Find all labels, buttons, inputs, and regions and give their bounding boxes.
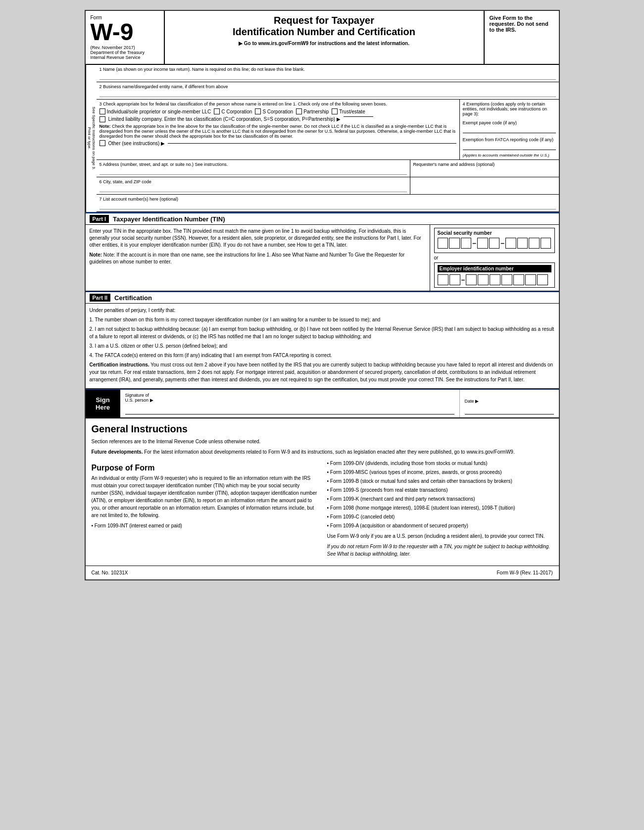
right-col-bullet: • Form 1099-A (acquisition or abandonmen… xyxy=(327,522,553,529)
row-6-right-space xyxy=(410,177,559,194)
ssn-cell-5[interactable] xyxy=(489,238,500,249)
part1-content: Enter your TIN in the appropriate box. T… xyxy=(86,225,559,291)
row-2: 2 Business name/disregarded entity name,… xyxy=(97,82,559,100)
row2-input[interactable] xyxy=(99,90,556,97)
checkbox-trust[interactable]: Trust/estate xyxy=(332,108,365,114)
part1-note-bold: Note: xyxy=(90,252,103,258)
scorp-checkbox[interactable] xyxy=(255,108,261,114)
fatca-label: Exemption from FATCA reporting code (if … xyxy=(463,137,556,142)
llc-checkbox[interactable] xyxy=(99,116,105,122)
ein-cell-7[interactable] xyxy=(513,274,524,285)
row1-input[interactable] xyxy=(99,73,556,80)
row-6-left: 6 City, state, and ZIP code xyxy=(97,177,410,194)
ssn-dash-2: – xyxy=(500,239,504,247)
ccorp-checkbox[interactable] xyxy=(214,108,220,114)
ein-cell-9[interactable] xyxy=(537,274,548,285)
ssn-boxes: – – xyxy=(438,238,551,249)
row1-label: 1 Name (as shown on your income tax retu… xyxy=(99,67,556,72)
ein-label: Employer identification number xyxy=(438,265,551,272)
italic-note: If you do not return Form W-9 to the req… xyxy=(327,543,553,558)
fatca-input[interactable] xyxy=(463,143,556,150)
ein-group: Employer identification number – xyxy=(434,262,555,288)
part2-title-row: Part II Certification xyxy=(86,292,559,304)
ssn-cell-2[interactable] xyxy=(449,238,460,249)
requester-box: Requester's name and address (optional) xyxy=(410,160,559,177)
title-line2: Identification Number and Certification xyxy=(170,26,479,38)
part1-title-row: Part I Taxpayer Identification Number (T… xyxy=(86,213,559,225)
general-instructions: General Instructions Section references … xyxy=(86,418,559,566)
right-col-bullet: • Form 1098 (home mortgage interest), 10… xyxy=(327,504,553,512)
other-checkbox[interactable] xyxy=(99,140,105,146)
purpose-text1: An individual or entity (Form W-9 reques… xyxy=(92,474,317,519)
ssn-cell-7[interactable] xyxy=(517,238,528,249)
ssn-cell-6[interactable] xyxy=(505,238,516,249)
trust-checkbox[interactable] xyxy=(332,108,338,114)
part2-item3: 3. I am a U.S. citizen or other U.S. per… xyxy=(90,342,555,350)
ssn-cell-9[interactable] xyxy=(541,238,551,249)
ssn-cell-4[interactable] xyxy=(477,238,488,249)
purpose-heading: Purpose of Form xyxy=(92,464,317,472)
rotated-instructions: Print or type. See Specific Instructions… xyxy=(86,65,97,212)
ein-boxes: – xyxy=(438,274,551,285)
date-input[interactable] xyxy=(465,405,554,415)
ein-cell-1[interactable] xyxy=(438,274,448,285)
individual-label: Individual/sole proprietor or single-mem… xyxy=(107,109,211,114)
row-6: 6 City, state, and ZIP code xyxy=(97,177,559,195)
row5-input[interactable] xyxy=(99,168,407,175)
header-left: Form W-9 (Rev. November 2017) Department… xyxy=(86,11,165,64)
row6-label: 6 City, state, and ZIP code xyxy=(99,179,407,184)
right-col-bullet: • Form 1099-DIV (dividends, including th… xyxy=(327,460,553,467)
ein-cell-6[interactable] xyxy=(501,274,512,285)
ein-cell-3[interactable] xyxy=(466,274,477,285)
part1-note-text: Note: If the account is in more than one… xyxy=(90,252,405,264)
partnership-checkbox[interactable] xyxy=(296,108,302,114)
checkbox-partnership[interactable]: Partnership xyxy=(296,108,329,114)
header-right: Give Form to the requester. Do not send … xyxy=(485,11,559,64)
sig-label: Signature of xyxy=(125,393,454,398)
row7-input[interactable] xyxy=(99,203,556,209)
future-dev-text: For the latest information about develop… xyxy=(144,449,515,455)
cert-instructions-text: You must cross out item 2 above if you h… xyxy=(90,362,553,382)
right-col-bullet: • Form 1099-MISC (various types of incom… xyxy=(327,468,553,476)
part2-title: Certification xyxy=(114,294,152,302)
part1-text: Enter your TIN in the appropriate box. T… xyxy=(86,225,430,291)
ein-cell-4[interactable] xyxy=(478,274,489,285)
ssn-cell-3[interactable] xyxy=(461,238,472,249)
bullet1: • Form 1099-INT (interest earned or paid… xyxy=(92,522,317,529)
exempt-payee-input[interactable] xyxy=(463,126,556,133)
ein-cell-5[interactable] xyxy=(490,274,500,285)
rev-date: (Rev. November 2017) xyxy=(91,45,159,50)
general-instructions-heading: General Instructions xyxy=(92,423,553,435)
checkbox-individual[interactable]: Individual/sole proprietor or single-mem… xyxy=(99,108,211,114)
dept-label: Department of the Treasury xyxy=(91,50,159,55)
form-header: Form W-9 (Rev. November 2017) Department… xyxy=(86,11,559,65)
sign-here-line1: Sign xyxy=(96,396,109,404)
right-col-bullet: • Form 1099-K (merchant card and third p… xyxy=(327,495,553,503)
ein-cell-2[interactable] xyxy=(449,274,460,285)
row-5: 5 Address (number, street, and apt. or s… xyxy=(97,160,410,177)
or-text: or xyxy=(434,255,555,260)
header-center: Request for Taxpayer Identification Numb… xyxy=(165,11,485,64)
row4-label: 4 Exemptions (codes apply only to certai… xyxy=(463,102,556,116)
ssn-cell-1[interactable] xyxy=(438,238,448,249)
ein-cell-8[interactable] xyxy=(525,274,536,285)
irs-label: Internal Revenue Service xyxy=(91,55,159,60)
sign-sig-area: Signature of U.S. person ▶ xyxy=(120,390,460,417)
signature-input[interactable] xyxy=(125,405,454,415)
individual-checkbox[interactable] xyxy=(99,108,105,114)
sig-label2: U.S. person ▶ xyxy=(125,398,454,403)
row3-label: 3 Check appropriate box for federal tax … xyxy=(99,102,456,106)
form-section-1-7: Print or type. See Specific Instructions… xyxy=(86,65,559,212)
checkbox-ccorp[interactable]: C Corporation xyxy=(214,108,252,114)
form-number-logo: W-9 xyxy=(91,20,159,44)
checkbox-scorp[interactable]: S Corporation xyxy=(255,108,293,114)
row6-input[interactable] xyxy=(99,185,407,192)
ssn-cell-8[interactable] xyxy=(529,238,540,249)
rotated-text2: See Specific Instructions on page 3. xyxy=(92,107,96,170)
footer: Cat. No. 10231X Form W-9 (Rev. 11-2017) xyxy=(86,566,559,579)
ccorp-label: C Corporation xyxy=(221,109,252,114)
sign-section: Sign Here Signature of U.S. person ▶ Dat… xyxy=(86,389,559,418)
instructions-link: ▶ Go to www.irs.gov/FormW9 for instructi… xyxy=(170,41,479,46)
requester-label: Requester's name and address (optional) xyxy=(413,162,556,167)
row-4-right: 4 Exemptions (codes apply only to certai… xyxy=(460,100,559,159)
